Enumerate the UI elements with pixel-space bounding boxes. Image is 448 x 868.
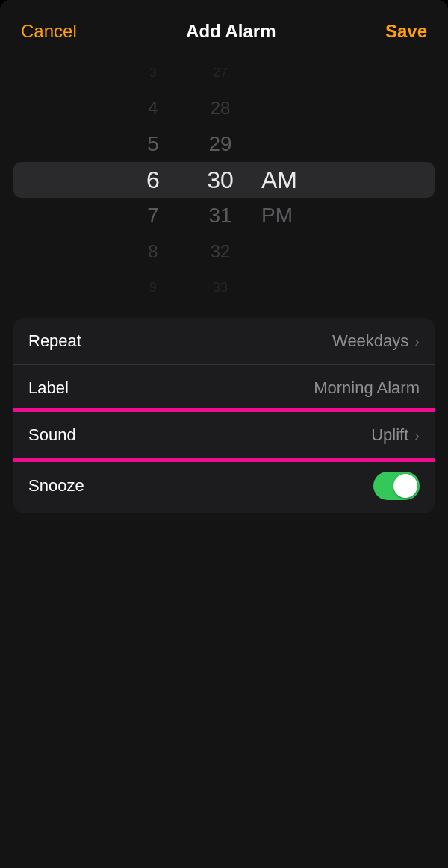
label-value: Morning Alarm: [314, 378, 420, 398]
snooze-label: Snooze: [28, 476, 84, 496]
chevron-right-icon: ›: [414, 333, 420, 350]
alarm-settings-list: Repeat Weekdays › Label Morning Alarm So…: [13, 318, 435, 513]
minute-option: 29: [208, 126, 231, 162]
hour-option: 4: [148, 90, 158, 126]
hour-option: 5: [147, 126, 159, 162]
label-row[interactable]: Label Morning Alarm: [13, 365, 435, 412]
hour-option: 9: [149, 269, 157, 292]
sound-label: Sound: [28, 425, 76, 445]
hour-option: 7: [147, 198, 159, 234]
toggle-knob: [393, 474, 417, 498]
repeat-row[interactable]: Repeat Weekdays ›: [13, 318, 435, 365]
minute-option: 27: [213, 68, 228, 90]
ampm-wheel[interactable]: . . . AM PM . .: [254, 68, 329, 292]
hour-option: 8: [148, 234, 158, 269]
save-button[interactable]: Save: [385, 21, 427, 42]
minute-option: 28: [211, 90, 231, 126]
hour-selected: 6: [146, 162, 160, 198]
snooze-row: Snooze: [13, 458, 435, 513]
sound-value: Uplift: [371, 425, 408, 445]
header: Cancel Add Alarm Save: [0, 7, 448, 49]
chevron-right-icon: ›: [414, 427, 420, 444]
page-title: Add Alarm: [186, 21, 276, 42]
minute-selected: 30: [207, 162, 234, 198]
minute-option: 32: [211, 234, 231, 269]
sound-row[interactable]: Sound Uplift ›: [13, 408, 435, 462]
add-alarm-sheet: Cancel Add Alarm Save 3 4 5 6 7 8 9 27 2…: [0, 0, 448, 868]
repeat-label: Repeat: [28, 331, 81, 351]
hour-wheel[interactable]: 3 4 5 6 7 8 9: [119, 68, 187, 292]
time-picker: 3 4 5 6 7 8 9 27 28 29 30 31 32 33 . . .: [13, 68, 435, 292]
repeat-value: Weekdays: [332, 331, 408, 351]
minute-wheel[interactable]: 27 28 29 30 31 32 33: [187, 68, 254, 292]
ampm-am: AM: [261, 162, 297, 198]
label-label: Label: [28, 378, 69, 398]
cancel-button[interactable]: Cancel: [21, 21, 77, 42]
minute-option: 31: [208, 198, 231, 234]
ampm-pm: PM: [261, 198, 293, 234]
minute-option: 33: [213, 269, 228, 292]
snooze-toggle[interactable]: [373, 472, 420, 500]
hour-option: 3: [149, 68, 157, 90]
